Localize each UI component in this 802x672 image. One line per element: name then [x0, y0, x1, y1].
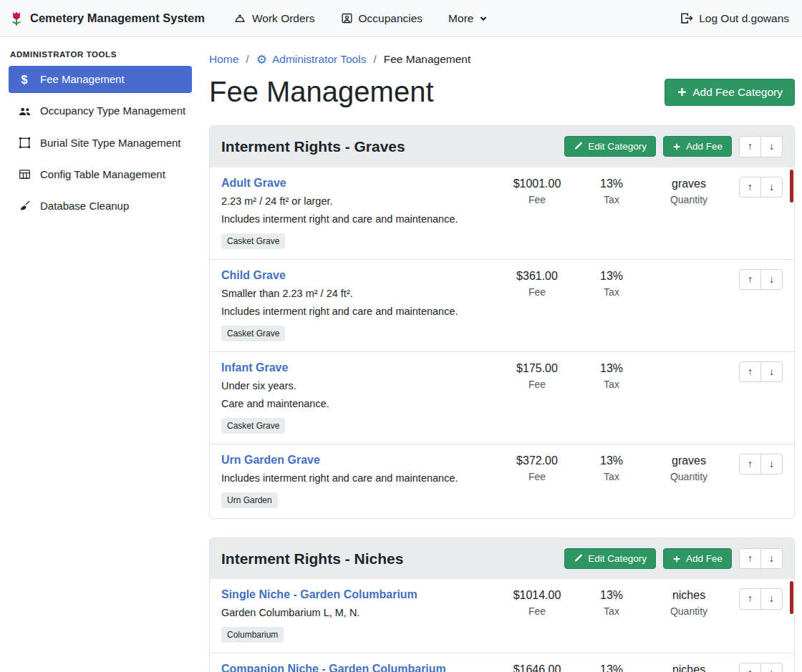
fee-row: Child Grave Smaller than 2.23 m² / 24 ft… — [210, 260, 794, 352]
edit-category-button[interactable]: Edit Category — [564, 548, 656, 569]
logout-link[interactable]: Log Out d.gowans — [680, 11, 789, 25]
arrow-up-icon: ↑ — [748, 667, 753, 672]
dollar-icon: $ — [17, 72, 32, 87]
move-fee-up-button[interactable]: ↑ — [739, 361, 761, 383]
top-navbar: Cemetery Management System Work Orders — [0, 0, 802, 37]
breadcrumb-separator: / — [373, 53, 376, 66]
fee-tax: 13% Tax — [574, 454, 649, 482]
fee-tax: 13% Tax — [574, 269, 649, 298]
primary-nav: Work Orders Occupancies More — [233, 12, 488, 25]
add-fee-button[interactable]: Add Fee — [663, 136, 732, 157]
move-fee-up-button[interactable]: ↑ — [739, 269, 761, 291]
fee-tag: Casket Grave — [221, 418, 285, 434]
fee-tag: Columbarium — [221, 627, 284, 643]
hardhat-icon — [233, 12, 246, 25]
add-fee-category-label: Add Fee Category — [692, 86, 783, 99]
fee-tag: Urn Garden — [221, 492, 278, 508]
scrollbar-thumb[interactable] — [790, 581, 793, 614]
move-fee-down-button[interactable]: ↓ — [760, 454, 783, 475]
sidebar-item-burial-site-type[interactable]: Burial Site Type Management — [9, 130, 192, 157]
plot-boundary-icon — [17, 136, 32, 149]
arrow-down-icon: ↓ — [769, 593, 774, 604]
nav-occupancies[interactable]: Occupancies — [341, 12, 423, 25]
fee-description: Includes interment right and care and ma… — [221, 212, 496, 227]
tulip-logo-icon — [9, 10, 24, 27]
move-fee-down-button[interactable]: ↓ — [760, 663, 783, 672]
breadcrumb: Home / ⚙ Administrator Tools / Fee Manag… — [209, 37, 795, 66]
move-fee-up-button[interactable]: ↑ — [739, 588, 761, 610]
nav-work-orders-label: Work Orders — [252, 12, 315, 25]
move-fee-up-button[interactable]: ↑ — [739, 454, 761, 475]
fee-description: Includes interment right and care and ma… — [221, 471, 496, 486]
fee-tax: 13% Tax — [574, 588, 649, 617]
edit-category-label: Edit Category — [588, 141, 647, 152]
breadcrumb-home[interactable]: Home — [209, 53, 238, 66]
add-fee-category-button[interactable]: Add Fee Category — [665, 79, 795, 106]
plus-icon — [672, 142, 681, 151]
category-reorder-group: ↑ ↓ — [739, 136, 783, 157]
app-title: Cemetery Management System — [30, 11, 205, 25]
page-title: Fee Management — [209, 76, 434, 108]
fee-quantity: graves Quantity — [649, 454, 729, 482]
edit-category-button[interactable]: Edit Category — [564, 136, 656, 157]
move-fee-down-button[interactable]: ↓ — [760, 361, 783, 383]
fee-row: Infant Grave Under six years. Care and m… — [210, 352, 794, 444]
fee-name-link[interactable]: Child Grave — [221, 269, 286, 282]
move-fee-down-button[interactable]: ↓ — [760, 269, 783, 291]
nav-work-orders[interactable]: Work Orders — [233, 12, 315, 25]
arrow-down-icon: ↓ — [769, 667, 774, 672]
sidebar-item-config-table[interactable]: Config Table Management — [9, 161, 192, 188]
sidebar-item-label: Burial Site Type Management — [40, 136, 181, 150]
fee-description: Care and maintenance. — [221, 396, 496, 412]
nav-more[interactable]: More — [448, 12, 488, 25]
fee-name-link[interactable]: Single Niche - Garden Columbarium — [221, 588, 417, 601]
arrow-down-icon: ↓ — [769, 181, 774, 193]
sidebar-item-database-cleanup[interactable]: Database Cleanup — [9, 193, 192, 220]
breadcrumb-admin-tools[interactable]: ⚙ Administrator Tools — [256, 53, 367, 66]
fee-amount: $1014.00 Fee — [500, 588, 574, 617]
fee-row: Adult Grave 2.23 m² / 24 ft² or larger. … — [210, 167, 794, 260]
category-fee-list: Single Niche - Garden Columbarium Garden… — [210, 579, 794, 672]
fee-row: Companion Niche - Garden Columbarium Gar… — [210, 653, 794, 672]
fee-name-link[interactable]: Urn Garden Grave — [221, 454, 320, 467]
move-category-down-button[interactable]: ↓ — [760, 136, 783, 157]
category-title: Interment Rights - Graves — [221, 138, 557, 155]
fee-amount: $361.00 Fee — [500, 269, 574, 298]
move-fee-down-button[interactable]: ↓ — [760, 177, 783, 198]
move-fee-up-button[interactable]: ↑ — [739, 663, 761, 672]
arrow-up-icon: ↑ — [748, 552, 753, 564]
fee-name-link[interactable]: Infant Grave — [221, 361, 288, 374]
fee-name-link[interactable]: Adult Grave — [221, 177, 286, 190]
sidebar-item-occupancy-type[interactable]: Occupancy Type Management — [9, 97, 192, 125]
move-fee-down-button[interactable]: ↓ — [760, 588, 783, 610]
move-category-up-button[interactable]: ↑ — [739, 548, 761, 570]
fee-description: Includes interment right and care and ma… — [221, 304, 496, 319]
arrow-down-icon: ↓ — [769, 273, 774, 285]
breadcrumb-current: Fee Management — [384, 53, 471, 66]
nav-more-label: More — [448, 12, 473, 25]
category-title: Interment Rights - Niches — [221, 550, 557, 568]
scrollbar-thumb[interactable] — [790, 170, 793, 203]
fee-amount: $1646.00 Fee — [500, 663, 574, 672]
fee-description: Garden Columbarium L, M, N. — [221, 605, 496, 620]
add-fee-button[interactable]: Add Fee — [663, 548, 732, 569]
move-fee-up-button[interactable]: ↑ — [739, 177, 761, 198]
plus-icon — [677, 87, 687, 97]
fee-category-card-graves: Interment Rights - Graves Edit Category — [209, 125, 795, 519]
fee-name-link[interactable]: Companion Niche - Garden Columbarium — [221, 663, 446, 672]
arrow-up-icon: ↑ — [748, 366, 753, 377]
app-brand[interactable]: Cemetery Management System — [9, 10, 205, 27]
sidebar-item-label: Fee Management — [40, 72, 125, 87]
sidebar-item-label: Config Table Management — [40, 167, 165, 182]
fee-amount: $175.00 Fee — [500, 361, 574, 390]
move-category-up-button[interactable]: ↑ — [739, 136, 761, 157]
arrow-down-icon: ↓ — [769, 140, 774, 152]
sidebar-item-fee-management[interactable]: $ Fee Management — [9, 66, 192, 93]
logout-icon — [680, 11, 693, 25]
fee-tax: 13% Tax — [574, 663, 649, 672]
sidebar-heading: ADMINISTRATOR TOOLS — [0, 44, 200, 66]
move-category-down-button[interactable]: ↓ — [760, 548, 783, 570]
fee-reorder-group: ↑ ↓ — [739, 663, 783, 672]
category-header: Interment Rights - Niches Edit Category — [210, 538, 794, 580]
pencil-icon — [574, 554, 583, 563]
